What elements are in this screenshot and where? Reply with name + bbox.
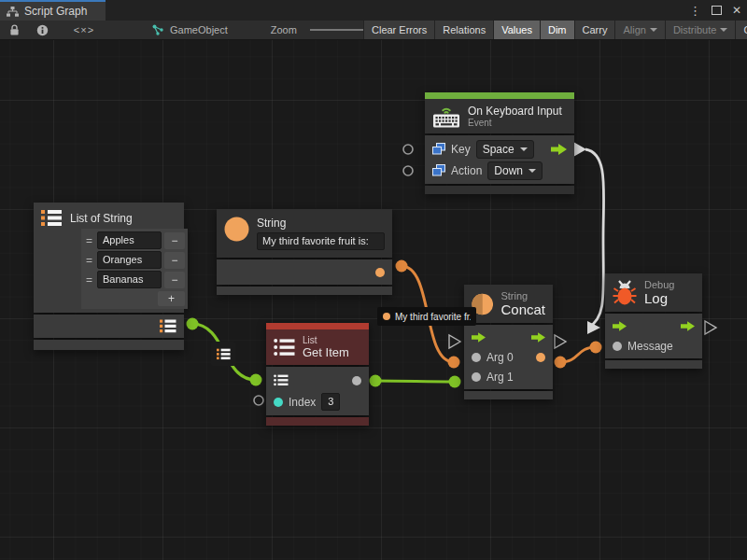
node-title: Concat xyxy=(500,301,545,317)
zoom-label: Zoom xyxy=(271,24,297,35)
wire-endpoint[interactable] xyxy=(250,374,262,386)
drag-handle[interactable]: = xyxy=(84,234,94,247)
node-list-of-string[interactable]: List of String = Apples − = Oranges − = … xyxy=(34,203,184,352)
node-title: Log xyxy=(644,290,674,306)
chevron-down-icon xyxy=(520,147,528,151)
align-dropdown[interactable]: Align xyxy=(615,21,665,39)
maximize-icon[interactable] xyxy=(712,6,722,15)
wire-value-tooltip: My third favorite fr.. xyxy=(377,307,476,326)
list-icon xyxy=(274,338,295,357)
control-input-arrow-icon[interactable] xyxy=(472,332,486,343)
chevron-down-icon xyxy=(720,28,727,32)
control-output-arrow-icon[interactable] xyxy=(531,332,545,343)
list-item-input[interactable]: Oranges xyxy=(97,251,162,269)
node-title: On Keyboard Input xyxy=(468,105,562,118)
index-input[interactable]: 3 xyxy=(321,393,340,411)
result-output-port[interactable] xyxy=(536,353,545,362)
gameobject-icon xyxy=(151,21,164,39)
arg0-port[interactable] xyxy=(472,353,481,362)
event-color-bar xyxy=(425,92,574,99)
wire-endpoint[interactable] xyxy=(449,376,461,388)
key-label: Key xyxy=(451,143,471,156)
carry-button[interactable]: Carry xyxy=(575,21,616,39)
add-list-item-minus[interactable]: − xyxy=(164,272,185,288)
node-title: Get Item xyxy=(303,345,349,359)
action-dropdown[interactable]: Down xyxy=(487,161,543,180)
string-value-input[interactable]: My third favorite fruit is: xyxy=(257,232,385,250)
gameobject-label: GameObject xyxy=(170,24,228,35)
node-subtitle: Event xyxy=(468,118,562,128)
drag-handle[interactable]: = xyxy=(84,273,94,287)
wire-endpoint[interactable] xyxy=(448,357,460,369)
arg1-port[interactable] xyxy=(472,372,481,382)
tab-title: Script Graph xyxy=(24,5,87,18)
remove-item-button[interactable]: − xyxy=(164,252,185,269)
lock-icon[interactable] xyxy=(0,21,28,39)
message-port[interactable] xyxy=(613,342,622,351)
list-item-row: = Bananas − xyxy=(81,270,188,289)
dim-toggle[interactable]: Dim xyxy=(541,21,575,39)
node-category: String xyxy=(500,290,545,301)
arg1-label: Arg 1 xyxy=(486,371,514,384)
close-icon[interactable]: ✕ xyxy=(732,4,741,17)
clear-errors-button[interactable]: Clear Errors xyxy=(364,21,435,39)
window-controls: ⋮ ✕ xyxy=(689,0,741,21)
list-icon xyxy=(41,209,62,227)
info-icon[interactable] xyxy=(28,21,56,39)
toolbar-buttons: Clear Errors Relations Values Dim Carry … xyxy=(363,21,747,39)
bug-icon xyxy=(613,280,637,306)
list-item-input[interactable]: Apples xyxy=(97,231,162,249)
node-concat[interactable]: String Concat Arg 0 A xyxy=(464,285,553,401)
message-label: Message xyxy=(627,340,673,353)
list-output-port[interactable] xyxy=(160,319,176,333)
list-editor: = Apples − = Oranges − = Bananas − + xyxy=(81,229,188,309)
keyboard-icon xyxy=(432,105,460,128)
index-port[interactable] xyxy=(274,398,283,407)
list-icon xyxy=(217,348,231,360)
overview-button[interactable]: Overv xyxy=(736,21,747,39)
wire-endpoint[interactable] xyxy=(396,260,408,273)
drag-handle[interactable]: = xyxy=(84,254,94,267)
key-dropdown[interactable]: Space xyxy=(476,140,534,159)
control-output-arrow-icon[interactable] xyxy=(551,144,567,155)
relations-button[interactable]: Relations xyxy=(435,21,494,39)
wire-endpoint[interactable] xyxy=(590,342,602,354)
values-toggle[interactable]: Values xyxy=(494,21,541,39)
chevron-down-icon xyxy=(529,169,536,173)
item-output-port[interactable] xyxy=(352,376,361,385)
tab-script-graph[interactable]: Script Graph xyxy=(0,0,106,21)
string-type-icon xyxy=(224,217,249,242)
wire-endpoint[interactable] xyxy=(370,375,382,387)
add-item-button[interactable]: + xyxy=(158,291,185,306)
code-icon[interactable]: <×> xyxy=(56,21,112,39)
window-icon xyxy=(432,143,445,155)
tab-bar: Script Graph ⋮ ✕ xyxy=(0,0,747,21)
script-graph-window: Script Graph ⋮ ✕ <×> xyxy=(0,0,747,560)
string-output-port[interactable] xyxy=(375,268,385,277)
node-title: String xyxy=(257,217,385,230)
node-on-keyboard-input[interactable]: On Keyboard Input Event Key Space xyxy=(425,92,574,196)
control-output-arrow-icon[interactable] xyxy=(681,321,695,331)
wire-endpoint[interactable] xyxy=(555,357,567,369)
action-label: Action xyxy=(451,164,482,177)
list-item-input[interactable]: Bananas xyxy=(97,271,162,288)
list-item-row: = Oranges − xyxy=(81,250,188,270)
window-menu-icon[interactable]: ⋮ xyxy=(689,5,701,17)
distribute-dropdown[interactable]: Distribute xyxy=(666,21,736,39)
wire-endpoint[interactable] xyxy=(187,318,199,330)
wire-getitem-to-concat[interactable] xyxy=(375,381,455,382)
string-type-dot xyxy=(383,313,390,320)
tooltip-text: My third favorite fr.. xyxy=(395,312,471,322)
node-get-item[interactable]: List Get Item Index 3 xyxy=(266,323,369,427)
chevron-down-icon xyxy=(650,28,657,32)
remove-item-button[interactable]: − xyxy=(164,232,185,249)
node-string-literal[interactable]: String My third favorite fruit is: xyxy=(217,209,392,297)
node-category: List xyxy=(303,335,349,345)
node-debug-log[interactable]: Debug Log Message xyxy=(605,273,702,371)
error-color-bar xyxy=(266,323,369,329)
graph-toolbar: <×> GameObject Zoom 1x Clear Errors Rela… xyxy=(0,21,747,40)
list-input-port[interactable] xyxy=(274,374,289,386)
control-input-arrow-icon[interactable] xyxy=(613,321,627,331)
wire-value-chip-list xyxy=(211,342,235,366)
node-category: Debug xyxy=(644,279,674,290)
